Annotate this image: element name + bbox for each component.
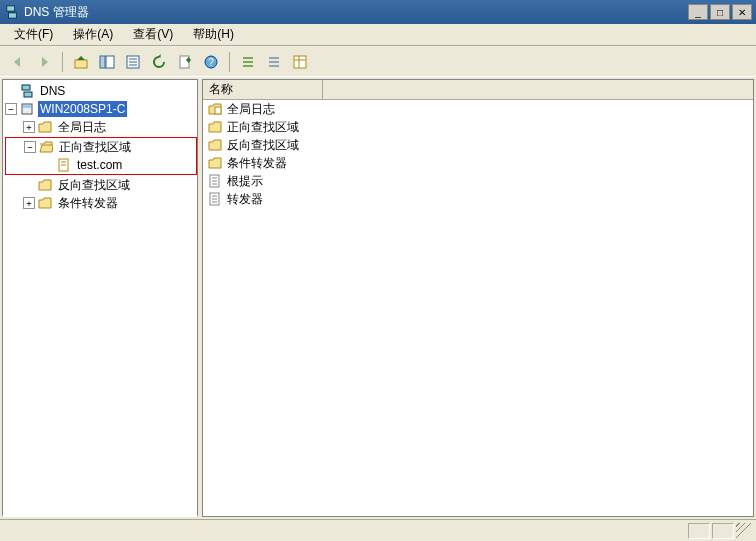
maximize-button[interactable]: □ <box>710 4 730 20</box>
expander-minus-icon[interactable]: − <box>5 103 17 115</box>
show-hide-tree-button[interactable] <box>95 50 119 74</box>
svg-text:?: ? <box>208 57 214 68</box>
svg-rect-15 <box>243 61 253 63</box>
tree-server[interactable]: − WIN2008SP1-C <box>5 100 197 118</box>
list-body[interactable]: 全局日志正向查找区域反向查找区域条件转发器根提示转发器 <box>203 100 753 516</box>
tree-label: 反向查找区域 <box>56 176 132 195</box>
svg-rect-4 <box>75 60 87 68</box>
close-button[interactable]: ✕ <box>732 4 752 20</box>
list-header: 名称 <box>203 80 753 100</box>
tree-zone-item[interactable]: test.com <box>6 156 196 174</box>
svg-rect-1 <box>9 13 17 18</box>
tree-root-dns[interactable]: DNS <box>5 82 197 100</box>
expander-minus-icon[interactable]: − <box>24 141 36 153</box>
title-bar: DNS 管理器 _ □ ✕ <box>0 0 756 24</box>
tree-label: 条件转发器 <box>56 194 120 213</box>
up-button[interactable] <box>69 50 93 74</box>
list-item[interactable]: 转发器 <box>203 190 753 208</box>
svg-rect-6 <box>106 56 114 68</box>
folder-icon <box>37 195 53 211</box>
back-button[interactable] <box>6 50 30 74</box>
toolbar-divider <box>229 52 230 72</box>
list-item-label: 根提示 <box>227 173 263 190</box>
svg-rect-5 <box>100 56 105 68</box>
menu-help[interactable]: 帮助(H) <box>185 24 242 45</box>
tree-forward-zone[interactable]: − 正向查找区域 <box>6 138 196 156</box>
tree-label: 全局日志 <box>56 118 108 137</box>
tree-label: test.com <box>75 157 124 173</box>
folder-open-icon <box>38 139 54 155</box>
client-area: DNS − WIN2008SP1-C + 全局日志 − 正向查找区域 <box>0 76 756 519</box>
list-item-label: 转发器 <box>227 191 263 208</box>
page-icon <box>207 191 223 207</box>
list-item[interactable]: 全局日志 <box>203 100 753 118</box>
svg-rect-16 <box>243 65 253 67</box>
toolbar-divider <box>62 52 63 72</box>
tree-global-log[interactable]: + 全局日志 <box>5 118 197 136</box>
detail-view-button[interactable] <box>288 50 312 74</box>
svg-rect-23 <box>22 85 30 90</box>
tree-label: DNS <box>38 83 67 99</box>
menu-action[interactable]: 操作(A) <box>65 24 121 45</box>
tree-reverse-zone[interactable]: 反向查找区域 <box>5 176 197 194</box>
minimize-button[interactable]: _ <box>688 4 708 20</box>
resize-grip-icon[interactable] <box>736 523 752 539</box>
list-item-label: 全局日志 <box>227 101 275 118</box>
folder-icon <box>37 177 53 193</box>
svg-rect-11 <box>180 56 189 68</box>
svg-rect-20 <box>294 56 306 68</box>
page-icon <box>207 173 223 189</box>
server-icon <box>19 101 35 117</box>
menu-file[interactable]: 文件(F) <box>6 24 61 45</box>
tree-pane[interactable]: DNS − WIN2008SP1-C + 全局日志 − 正向查找区域 <box>2 79 198 517</box>
export-button[interactable] <box>173 50 197 74</box>
svg-rect-0 <box>7 6 15 11</box>
tree-label: WIN2008SP1-C <box>38 101 127 117</box>
list-view-button[interactable] <box>262 50 286 74</box>
filter-button[interactable] <box>236 50 260 74</box>
dns-root-icon <box>19 83 35 99</box>
expander-plus-icon[interactable]: + <box>23 197 35 209</box>
help-button[interactable]: ? <box>199 50 223 74</box>
column-name[interactable]: 名称 <box>203 80 323 99</box>
folder-icon <box>207 119 223 135</box>
list-item-label: 反向查找区域 <box>227 137 299 154</box>
forward-button[interactable] <box>32 50 56 74</box>
window-title: DNS 管理器 <box>24 4 688 21</box>
list-item[interactable]: 正向查找区域 <box>203 118 753 136</box>
svg-rect-14 <box>243 57 253 59</box>
expander-plus-icon[interactable]: + <box>23 121 35 133</box>
status-cell <box>688 523 710 539</box>
svg-rect-30 <box>215 107 221 114</box>
menu-view[interactable]: 查看(V) <box>125 24 181 45</box>
list-item[interactable]: 根提示 <box>203 172 753 190</box>
status-bar <box>0 519 756 541</box>
list-item-label: 条件转发器 <box>227 155 287 172</box>
zone-icon <box>56 157 72 173</box>
tree-conditional-forwarder[interactable]: + 条件转发器 <box>5 194 197 212</box>
folder-icon <box>37 119 53 135</box>
svg-rect-26 <box>23 105 31 108</box>
svg-rect-24 <box>24 92 32 97</box>
properties-button[interactable] <box>121 50 145 74</box>
folder-log-icon <box>207 101 223 117</box>
folder-icon <box>207 137 223 153</box>
app-icon <box>4 4 20 20</box>
list-pane: 名称 全局日志正向查找区域反向查找区域条件转发器根提示转发器 <box>202 79 754 517</box>
list-item[interactable]: 反向查找区域 <box>203 136 753 154</box>
highlight-box: − 正向查找区域 test.com <box>5 137 197 175</box>
menu-bar: 文件(F) 操作(A) 查看(V) 帮助(H) <box>0 24 756 46</box>
list-item[interactable]: 条件转发器 <box>203 154 753 172</box>
toolbar: ? <box>0 47 756 77</box>
status-cell <box>712 523 734 539</box>
list-item-label: 正向查找区域 <box>227 119 299 136</box>
tree-label: 正向查找区域 <box>57 138 133 157</box>
refresh-button[interactable] <box>147 50 171 74</box>
folder-icon <box>207 155 223 171</box>
